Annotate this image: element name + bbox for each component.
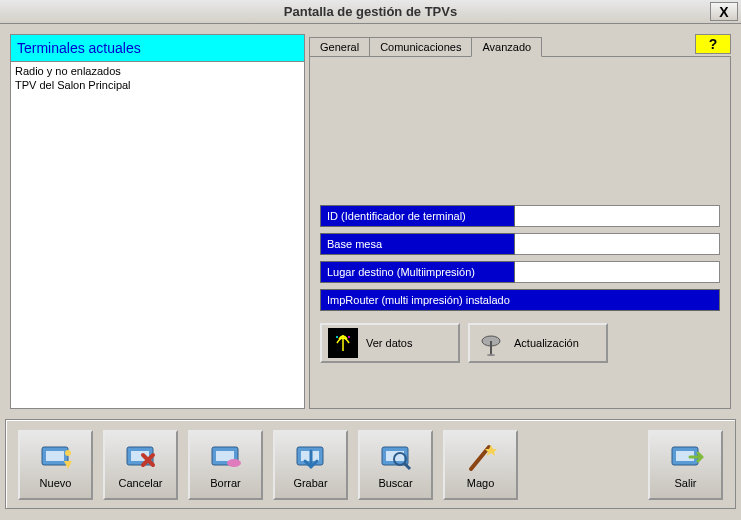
salir-label: Salir <box>674 477 696 489</box>
svg-point-14 <box>227 459 241 467</box>
list-item[interactable]: TPV del Salon Principal <box>15 78 300 92</box>
salir-icon <box>668 441 704 473</box>
terminals-header: Terminales actuales <box>11 35 304 62</box>
list-item[interactable]: Radio y no enlazados <box>15 64 300 78</box>
input-base-mesa[interactable] <box>515 233 720 255</box>
grabar-button[interactable]: Grabar <box>273 430 348 500</box>
borrar-icon <box>208 441 244 473</box>
window-title: Pantalla de gestión de TPVs <box>0 4 741 19</box>
close-button[interactable]: X <box>710 2 738 21</box>
grabar-label: Grabar <box>293 477 327 489</box>
help-button[interactable]: ? <box>695 34 731 54</box>
antenna-icon <box>328 328 358 358</box>
grabar-icon <box>293 441 329 473</box>
label-improuter: ImpRouter (multi impresión) instalado <box>320 289 720 311</box>
label-base-mesa: Base mesa <box>320 233 515 255</box>
mago-icon <box>463 441 499 473</box>
svg-rect-7 <box>46 451 64 461</box>
terminals-list[interactable]: Radio y no enlazados TPV del Salon Princ… <box>11 62 304 408</box>
salir-button[interactable]: Salir <box>648 430 723 500</box>
borrar-label: Borrar <box>210 477 241 489</box>
nuevo-button[interactable]: Nuevo <box>18 430 93 500</box>
nuevo-icon <box>38 441 74 473</box>
input-lugar-destino[interactable] <box>515 261 720 283</box>
svg-line-20 <box>404 463 410 469</box>
label-id: ID (Identificador de terminal) <box>320 205 515 227</box>
actualizacion-label: Actualización <box>514 337 579 349</box>
buscar-button[interactable]: Buscar <box>358 430 433 500</box>
actualizacion-button[interactable]: Actualización <box>468 323 608 363</box>
svg-point-5 <box>487 354 495 356</box>
cancelar-button[interactable]: Cancelar <box>103 430 178 500</box>
tab-comunicaciones[interactable]: Comunicaciones <box>369 37 472 57</box>
svg-point-1 <box>336 336 338 338</box>
cancelar-label: Cancelar <box>118 477 162 489</box>
mago-button[interactable]: Mago <box>443 430 518 500</box>
borrar-button[interactable]: Borrar <box>188 430 263 500</box>
svg-point-2 <box>348 336 350 338</box>
bottom-toolbar: Nuevo Cancelar Borrar Grabar Buscar Mago <box>5 419 736 509</box>
cancelar-icon <box>123 441 159 473</box>
label-lugar-destino: Lugar destino (Multiimpresión) <box>320 261 515 283</box>
input-id[interactable] <box>515 205 720 227</box>
buscar-icon <box>378 441 414 473</box>
tab-general[interactable]: General <box>309 37 370 57</box>
ver-datos-label: Ver datos <box>366 337 412 349</box>
tab-avanzado[interactable]: Avanzado <box>471 37 542 57</box>
satellite-icon <box>476 328 506 358</box>
buscar-label: Buscar <box>378 477 412 489</box>
terminals-panel: Terminales actuales Radio y no enlazados… <box>10 34 305 409</box>
tab-content-avanzado: ID (Identificador de terminal) Base mesa… <box>309 56 731 409</box>
mago-label: Mago <box>467 477 495 489</box>
svg-point-9 <box>65 450 71 456</box>
ver-datos-button[interactable]: Ver datos <box>320 323 460 363</box>
nuevo-label: Nuevo <box>40 477 72 489</box>
